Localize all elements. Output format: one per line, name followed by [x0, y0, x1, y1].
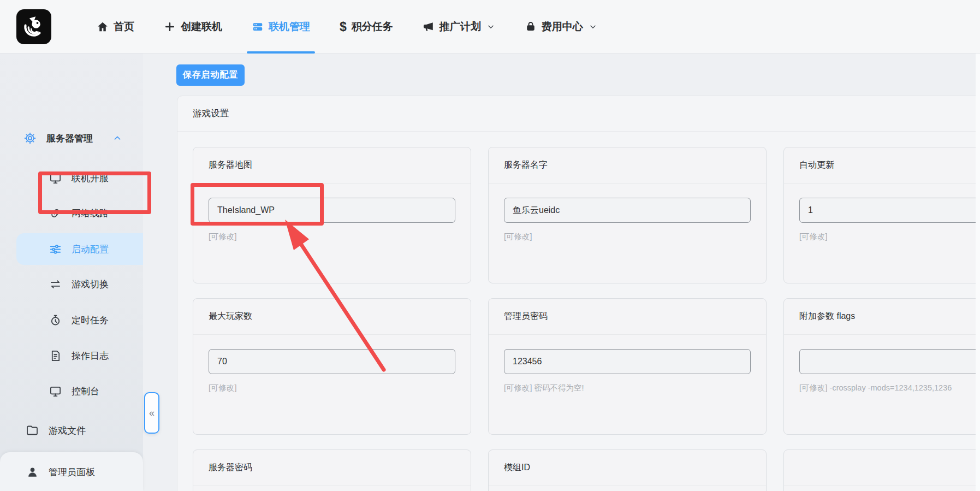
- sidebar-group-label: 服务器管理: [46, 132, 93, 145]
- admin-password-input[interactable]: [504, 349, 751, 374]
- sidebar-item-startup-config[interactable]: 启动配置: [0, 237, 143, 261]
- nav-tab-label: 首页: [114, 20, 134, 34]
- chevron-down-icon: [486, 22, 495, 31]
- document-icon: [48, 350, 62, 362]
- sidebar-item-game-switch[interactable]: 游戏切换: [0, 272, 143, 296]
- nav-tab-points-tasks[interactable]: $ 积分任务: [325, 0, 408, 54]
- card-label: 管理员密码: [489, 299, 766, 335]
- sidebar: 服务器管理 联机开服 网络线路 启动配置: [0, 54, 143, 491]
- stopwatch-icon: [48, 314, 62, 327]
- card-label: 最大玩家数: [193, 299, 471, 335]
- sidebar-collapse-handle[interactable]: «: [144, 392, 159, 434]
- server-name-input[interactable]: [504, 198, 751, 223]
- save-startup-config-button[interactable]: 保存启动配置: [176, 64, 245, 86]
- top-nav-bar: 首页 创建联机 联机管理 $ 积分任务: [0, 0, 980, 54]
- max-players-input[interactable]: [209, 349, 455, 374]
- sidebar-item-label: 定时任务: [72, 314, 109, 327]
- sidebar-item-label: 操作日志: [72, 350, 109, 362]
- server-map-input[interactable]: [209, 198, 455, 223]
- card-hint: [可修改] -crossplay -mods=1234,1235,1236: [799, 383, 980, 393]
- card-server-name: 服务器名字 [可修改]: [488, 147, 767, 283]
- card-partial: [783, 449, 980, 491]
- folder-icon: [25, 424, 39, 437]
- sidebar-item-label: 启动配置: [72, 243, 109, 256]
- link-icon: [48, 207, 62, 220]
- sidebar-item-label: 联机开服: [72, 172, 109, 185]
- sidebar-item-console[interactable]: 控制台: [0, 379, 143, 403]
- nav-tab-label: 积分任务: [352, 20, 393, 34]
- plus-icon: [164, 21, 176, 33]
- sidebar-item-label: 游戏文件: [49, 424, 86, 437]
- nav-tab-home[interactable]: 首页: [82, 0, 149, 54]
- nav-tab-label: 创建联机: [181, 20, 222, 34]
- megaphone-icon: [423, 21, 435, 33]
- card-label: 服务器名字: [489, 147, 766, 184]
- sidebar-item-scheduled-tasks[interactable]: 定时任务: [0, 308, 143, 332]
- nav-tab-label: 联机管理: [269, 20, 310, 34]
- sidebar-item-label: 游戏切换: [72, 278, 109, 291]
- card-label: 服务器密码: [193, 450, 471, 486]
- scrollbar-track[interactable]: [976, 54, 980, 491]
- card-mod-id: 模组ID: [488, 449, 767, 491]
- collapse-icon: «: [149, 407, 155, 419]
- server-stack-icon: [252, 21, 264, 33]
- console-monitor-icon: [48, 385, 62, 398]
- card-label: 服务器地图: [193, 147, 471, 184]
- card-max-players: 最大玩家数 [可修改]: [193, 298, 471, 435]
- sidebar-item-game-files[interactable]: 游戏文件: [0, 418, 143, 442]
- person-icon: [25, 466, 39, 478]
- bag-icon: [525, 21, 537, 33]
- sidebar-item-label: 网络线路: [72, 207, 109, 220]
- home-icon: [97, 21, 109, 33]
- nav-tab-billing-center[interactable]: 费用中心: [510, 0, 612, 54]
- card-hint: [可修改] 密码不得为空!: [504, 383, 751, 393]
- nav-tab-promotion-plan[interactable]: 推广计划: [408, 0, 510, 54]
- sidebar-footer: 管理员面板: [0, 452, 143, 491]
- nav-tab-label: 推广计划: [439, 20, 481, 34]
- card-admin-password: 管理员密码 [可修改] 密码不得为空!: [488, 298, 767, 435]
- card-hint: [可修改]: [504, 232, 751, 242]
- card-hint: [可修改]: [799, 232, 980, 242]
- sidebar-item-admin-panel[interactable]: 管理员面板: [0, 460, 143, 484]
- card-label: 附加参数 flags: [784, 299, 980, 335]
- dollar-icon: $: [340, 21, 347, 33]
- card-label: [784, 450, 980, 486]
- card-label: 自动更新: [784, 147, 980, 184]
- auto-update-input[interactable]: [799, 198, 980, 223]
- sliders-icon: [48, 243, 62, 256]
- nav-tab-server-management[interactable]: 联机管理: [237, 0, 325, 54]
- monitor-icon: [48, 172, 62, 185]
- nav-tab-create-server[interactable]: 创建联机: [149, 0, 237, 54]
- card-hint: [可修改]: [209, 232, 455, 242]
- sidebar-item-operation-logs[interactable]: 操作日志: [0, 344, 143, 368]
- gear-icon: [23, 132, 37, 145]
- card-label: 模组ID: [489, 450, 766, 486]
- swap-arrows-icon: [48, 278, 62, 291]
- panel-title: 游戏设置: [177, 96, 980, 132]
- settings-card-grid: 服务器地图 [可修改] 服务器名字 [可修改] 自动更新 [可修改] 最大玩家数…: [193, 147, 980, 491]
- nav-tab-label: 费用中心: [542, 20, 583, 34]
- sidebar-item-open-server[interactable]: 联机开服: [0, 166, 143, 190]
- chevron-up-icon: [112, 133, 122, 143]
- main-nav: 首页 创建联机 联机管理 $ 积分任务: [82, 0, 612, 54]
- game-settings-panel: 游戏设置 服务器地图 [可修改] 服务器名字 [可修改] 自动更新 [可修改] …: [177, 96, 980, 491]
- card-extra-flags: 附加参数 flags [可修改] -crossplay -mods=1234,1…: [783, 298, 980, 435]
- card-auto-update: 自动更新 [可修改]: [783, 147, 980, 283]
- chevron-down-icon: [589, 22, 597, 31]
- sidebar-item-label: 管理员面板: [49, 466, 95, 478]
- sidebar-item-label: 控制台: [72, 385, 99, 398]
- card-hint: [可修改]: [209, 383, 455, 393]
- brand-logo[interactable]: [16, 9, 51, 44]
- fish-logo-icon: [20, 13, 48, 41]
- sidebar-group-server-management[interactable]: 服务器管理: [0, 126, 143, 150]
- card-server-map: 服务器地图 [可修改]: [193, 147, 471, 283]
- sidebar-item-network-lines[interactable]: 网络线路: [0, 201, 143, 225]
- card-server-password: 服务器密码: [193, 449, 471, 491]
- extra-flags-input[interactable]: [799, 349, 980, 374]
